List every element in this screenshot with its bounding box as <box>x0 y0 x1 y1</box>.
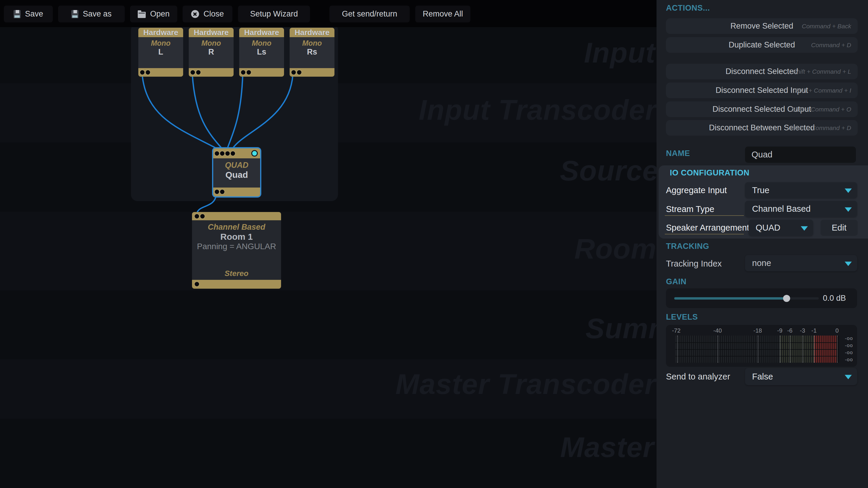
output-port[interactable] <box>215 190 219 194</box>
node-type-label: Hardware <box>290 28 335 37</box>
node-panning-label: Panning = ANGULAR <box>192 242 281 251</box>
meter-gridline <box>780 335 780 363</box>
edit-speaker-arrangement-button[interactable]: Edit <box>820 220 858 236</box>
node-footer <box>192 280 281 289</box>
send-to-analyzer-label: Send to analyzer <box>666 372 730 382</box>
dropdown-value: False <box>752 368 773 385</box>
gain-value: 0.0 dB <box>823 288 846 308</box>
shortcut-hint: Shift + Command + L <box>793 64 851 79</box>
shortcut-hint: Shift + Command + O <box>791 101 851 117</box>
output-port[interactable] <box>291 70 296 75</box>
node-output-format-label: Stereo <box>192 269 281 278</box>
row-band-rooms <box>0 212 656 290</box>
disconnect-between-selected-button[interactable]: Disconnect Between Selected Shift + Comm… <box>666 120 858 136</box>
output-port[interactable] <box>247 70 251 75</box>
input-port[interactable] <box>215 151 219 156</box>
get-send-return-button[interactable]: Get send/return <box>330 6 410 23</box>
node-hardware-L[interactable]: Hardware Mono L <box>138 28 183 77</box>
output-port[interactable] <box>241 70 245 75</box>
output-port[interactable] <box>195 282 199 286</box>
gain-slider-track[interactable] <box>674 297 819 300</box>
floppy-icon <box>13 10 21 18</box>
setup-wizard-button-label: Setup Wizard <box>250 9 298 19</box>
close-button[interactable]: Close <box>183 6 232 23</box>
speaker-arrangement-label: Speaker Arrangement <box>666 223 749 233</box>
output-port[interactable] <box>220 190 224 194</box>
gain-slider-thumb[interactable] <box>783 295 790 302</box>
meter-channel-value: -oo <box>845 357 853 363</box>
output-port[interactable] <box>146 70 150 75</box>
input-port[interactable] <box>195 214 199 219</box>
aggregate-input-label: Aggregate Input <box>666 186 727 195</box>
output-port[interactable] <box>190 70 195 75</box>
dropdown-value: Channel Based <box>752 201 810 217</box>
open-button-label: Open <box>150 9 169 19</box>
meter-gridline <box>718 335 718 363</box>
save-as-button-label: Save as <box>83 9 112 19</box>
remove-all-button[interactable]: Remove All <box>415 6 470 23</box>
disconnect-selected-output-button[interactable]: Disconnect Selected Output Shift + Comma… <box>666 101 858 117</box>
dropdown-value: True <box>752 182 770 198</box>
node-name-label: Room 1 <box>192 232 281 242</box>
input-port[interactable] <box>225 151 230 156</box>
io-configuration-section-title: IO CONFIGURATION <box>670 168 749 177</box>
row-watermark-summing: Summing <box>585 314 656 344</box>
chevron-down-icon <box>845 188 852 193</box>
meter-tick: -6 <box>787 327 793 334</box>
input-port[interactable] <box>200 214 205 219</box>
save-button[interactable]: Save <box>4 6 53 23</box>
node-footer <box>239 68 284 77</box>
patch-canvas[interactable]: Input Input Transcoder Sources Rooms Sum… <box>0 0 656 488</box>
input-port[interactable] <box>220 151 224 156</box>
output-port[interactable] <box>196 70 200 75</box>
meter-gridline <box>803 335 803 363</box>
speaker-arrangement-underline <box>665 234 744 234</box>
remove-selected-button[interactable]: Remove Selected Command + Back <box>666 18 858 34</box>
node-hardware-Ls[interactable]: Hardware Mono Ls <box>239 28 284 77</box>
open-button[interactable]: Open <box>130 6 177 23</box>
input-port[interactable] <box>230 151 235 156</box>
node-hardware-R[interactable]: Hardware Mono R <box>189 28 234 77</box>
status-indicator-icon <box>251 150 258 157</box>
node-quad[interactable]: QUAD Quad <box>213 148 260 196</box>
meter-channel-values: -oo -oo -oo -oo <box>845 335 853 363</box>
stream-type-dropdown[interactable]: Channel Based <box>745 201 857 217</box>
gain-slider-fill <box>674 297 786 300</box>
meter-gridline <box>677 335 678 363</box>
shortcut-hint: Command + Back <box>802 18 851 34</box>
close-circle-icon <box>191 10 199 18</box>
duplicate-selected-button[interactable]: Duplicate Selected Command + D <box>666 37 858 53</box>
send-to-analyzer-dropdown[interactable]: False <box>745 368 857 385</box>
node-room[interactable]: Channel Based Room 1 Panning = ANGULAR S… <box>192 212 281 289</box>
meter-gridline <box>814 335 815 363</box>
toolbar: Save Save as Open Close Setup Wizard Get… <box>0 0 656 27</box>
meter-tick: -1 <box>811 327 817 334</box>
output-port[interactable] <box>140 70 145 75</box>
row-band-summing <box>0 290 656 359</box>
node-hardware-Rs[interactable]: Hardware Mono Rs <box>290 28 335 77</box>
tracking-index-dropdown[interactable]: none <box>745 255 857 271</box>
remove-all-button-label: Remove All <box>423 9 463 19</box>
aggregate-input-dropdown[interactable]: True <box>745 182 857 198</box>
meter-strip <box>675 335 839 363</box>
inspector-panel: ACTIONS... Remove Selected Command + Bac… <box>656 0 868 488</box>
setup-wizard-button[interactable]: Setup Wizard <box>238 6 310 23</box>
stream-type-label: Stream Type <box>666 204 714 214</box>
node-footer <box>189 68 234 77</box>
speaker-arrangement-dropdown[interactable]: QUAD <box>749 220 813 236</box>
disconnect-selected-input-button[interactable]: Disconnect Selected Input Shift + Comman… <box>666 83 858 98</box>
disconnect-selected-button[interactable]: Disconnect Selected Shift + Command + L <box>666 64 858 79</box>
output-port[interactable] <box>297 70 302 75</box>
name-section-title: NAME <box>666 149 690 158</box>
save-as-button[interactable]: Save as <box>58 6 125 23</box>
node-footer <box>138 68 183 77</box>
node-type-label: Hardware <box>189 28 234 37</box>
row-watermark-rooms: Rooms <box>574 234 656 264</box>
node-header: Hardware <box>290 28 335 37</box>
dropdown-value: QUAD <box>756 220 780 236</box>
name-input[interactable]: Quad <box>745 147 856 163</box>
node-format-label: Mono <box>239 39 284 47</box>
gain-section-title: GAIN <box>666 277 687 286</box>
node-header: Hardware <box>138 28 183 37</box>
meter-gridline <box>758 335 758 363</box>
